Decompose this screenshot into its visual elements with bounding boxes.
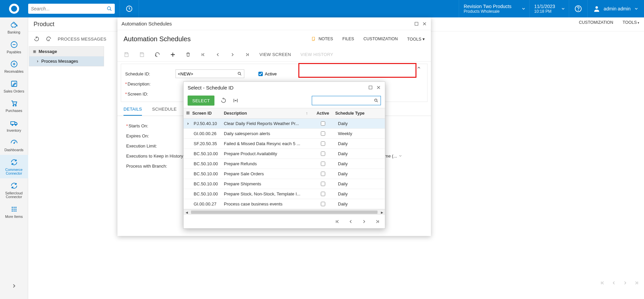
help-button[interactable] [569, 0, 587, 17]
search-input[interactable] [31, 6, 107, 11]
svg-line-1 [110, 9, 111, 11]
chevron-down-icon [521, 6, 526, 11]
business-date[interactable]: 11/1/2023 10:18 PM [529, 0, 569, 17]
svg-point-5 [595, 6, 598, 9]
clock-icon[interactable] [125, 4, 134, 13]
tenant-sub: Products Wholesale [464, 9, 517, 14]
svg-point-4 [578, 10, 578, 11]
tenant-name: Revision Two Products [464, 4, 517, 9]
global-search[interactable] [28, 4, 115, 14]
tenant-switcher[interactable]: Revision Two Products Products Wholesale [459, 0, 529, 17]
chevron-down-icon [561, 6, 565, 11]
date-label: 11/1/2023 [534, 4, 557, 9]
search-icon[interactable] [107, 6, 112, 11]
user-menu[interactable]: admin admin [587, 0, 644, 17]
app-logo[interactable] [0, 4, 28, 14]
time-label: 10:18 PM [534, 9, 557, 14]
svg-point-0 [107, 7, 110, 10]
user-name: admin admin [604, 6, 631, 11]
